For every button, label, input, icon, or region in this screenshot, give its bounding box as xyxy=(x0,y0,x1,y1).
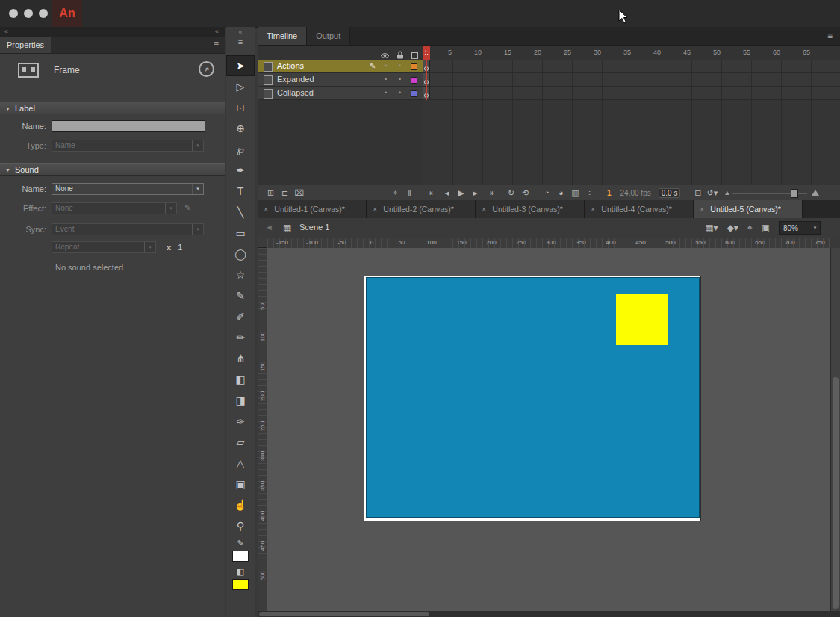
close-tab-icon[interactable]: × xyxy=(591,205,595,214)
stage-zoom-select[interactable]: 80% ▾ xyxy=(779,221,821,235)
modify-markers-button[interactable]: ⁘ xyxy=(582,188,597,198)
edit-sound-envelope-icon[interactable]: ✎ xyxy=(184,203,191,213)
layer-visibility-dot[interactable]: • xyxy=(385,73,387,86)
oval-tool[interactable]: ◯ xyxy=(226,244,255,264)
step-forward-button[interactable]: ▸ xyxy=(468,188,482,198)
sound-effect-select[interactable]: None ▾ xyxy=(52,202,177,214)
label-section-header[interactable]: ▼ Label xyxy=(0,102,225,114)
section-collapse-icon[interactable]: ▼ xyxy=(5,164,10,176)
vertical-scrollbar[interactable] xyxy=(830,248,840,611)
current-frame-value[interactable]: 1 xyxy=(607,189,612,197)
layer-name-area[interactable]: Expanded ✎ • • xyxy=(258,73,423,87)
repeat-count-value[interactable]: 1 xyxy=(178,243,182,252)
timeline-tab[interactable]: Timeline xyxy=(258,27,307,45)
eraser-tool[interactable]: ▱ xyxy=(226,432,255,453)
zoom-window-button[interactable] xyxy=(39,9,48,18)
line-tool[interactable]: ╲ xyxy=(226,202,255,223)
label-name-input[interactable] xyxy=(52,120,205,132)
go-to-last-frame-button[interactable]: ⇥ xyxy=(482,188,497,198)
sound-sync-select[interactable]: Event ▾ xyxy=(52,223,204,235)
edit-scene-button[interactable]: ▦▾ xyxy=(705,223,718,233)
timeline-zoom-slider[interactable] xyxy=(732,188,807,197)
elapsed-time-value[interactable]: 0.0 s xyxy=(659,188,681,198)
step-back-button[interactable]: ◂ xyxy=(440,188,454,198)
layer-visibility-dot[interactable]: • xyxy=(385,87,387,99)
document-tab[interactable]: × Untitled-1 (Canvas)* xyxy=(258,200,367,218)
zoom-in-frames-icon[interactable] xyxy=(812,190,819,196)
vertical-scrollbar-thumb[interactable] xyxy=(833,377,839,609)
slider-thumb[interactable] xyxy=(791,189,798,198)
panel-menu-icon[interactable]: ≡ xyxy=(214,39,219,49)
selection-tool[interactable]: ➤ xyxy=(226,55,255,76)
paint-brush-tool[interactable]: ✐ xyxy=(226,306,255,327)
zoom-out-frames-icon[interactable] xyxy=(725,191,729,195)
edit-symbols-button[interactable]: ◆▾ xyxy=(727,223,738,233)
yellow-rectangle[interactable] xyxy=(616,294,668,345)
layer-lock-dot[interactable]: • xyxy=(399,60,401,72)
layer-lock-dot[interactable]: • xyxy=(399,73,401,86)
onion-anchor-button[interactable]: ⊡ xyxy=(691,188,705,198)
edit-multiple-frames-button[interactable]: ▥ xyxy=(568,188,582,198)
collapse-panel-icon[interactable]: « xyxy=(4,28,8,35)
layer-visibility-dot[interactable]: • xyxy=(385,60,387,72)
classic-brush-tool[interactable]: ✏ xyxy=(226,327,255,348)
play-button[interactable]: ▶ xyxy=(454,188,468,198)
timeline-layer-row[interactable]: Collapsed ✎ • • xyxy=(258,87,840,100)
document-tab[interactable]: × Untitled-3 (Canvas)* xyxy=(476,200,585,218)
new-layer-button[interactable]: ⊞ xyxy=(264,188,278,198)
tab-properties[interactable]: Properties xyxy=(0,37,51,53)
scene-name[interactable]: Scene 1 xyxy=(299,223,329,232)
new-folder-button[interactable]: ⊏ xyxy=(278,188,292,198)
layer-name-area[interactable]: Actions ✎ • • xyxy=(258,60,423,73)
close-tab-icon[interactable]: × xyxy=(700,205,704,214)
timeline-tab[interactable]: Output xyxy=(307,27,350,45)
stroke-color-swatch[interactable] xyxy=(232,551,249,562)
pause-button[interactable]: ‖ xyxy=(402,188,417,198)
layer-name[interactable]: Actions xyxy=(277,60,304,72)
onion-skin-outlines-button[interactable]: ◕ xyxy=(554,188,568,198)
center-stage-button[interactable]: ⌖ xyxy=(747,223,753,233)
pasteboard[interactable] xyxy=(267,248,830,611)
delete-layer-button[interactable]: ⌧ xyxy=(292,188,306,198)
layer-frames-track[interactable] xyxy=(423,87,840,100)
reset-timeline-zoom-button[interactable]: ↺▾ xyxy=(705,188,719,198)
fill-color-swatch[interactable] xyxy=(232,579,249,590)
sound-repeat-select[interactable]: Repeat ▾ xyxy=(52,241,156,253)
lasso-tool[interactable]: ℘ xyxy=(226,139,255,160)
bone-tool[interactable]: ⋔ xyxy=(226,348,255,369)
layer-name[interactable]: Expanded xyxy=(277,73,314,86)
center-frame-button[interactable]: ⌖ xyxy=(388,188,402,198)
layer-outline-color-chip[interactable] xyxy=(411,63,417,70)
frame-rate-value[interactable]: 24.00 fps xyxy=(620,189,651,197)
loop-button[interactable]: ↻ xyxy=(504,188,518,198)
minimize-window-button[interactable] xyxy=(24,9,33,18)
polystar-tool[interactable]: ☆ xyxy=(226,264,255,285)
free-transform-tool[interactable]: ⊡ xyxy=(226,97,255,118)
close-tab-icon[interactable]: × xyxy=(264,205,268,214)
section-collapse-icon[interactable]: ▼ xyxy=(5,102,10,115)
collapse-tools-icon[interactable]: « xyxy=(226,28,255,36)
ink-bottle-tool[interactable]: ◨ xyxy=(226,390,255,411)
onion-skin-button[interactable]: ◔ xyxy=(540,188,554,198)
close-window-button[interactable] xyxy=(9,9,18,18)
circular-arrow-icon[interactable]: ➔ xyxy=(199,61,214,77)
stage-canvas[interactable] xyxy=(364,276,700,521)
timeline-layer-row[interactable]: Actions ✎ • • xyxy=(258,60,840,73)
subselection-tool[interactable]: ▷ xyxy=(226,76,255,97)
paint-bucket-tool[interactable]: ◧ xyxy=(226,369,255,390)
layer-lock-dot[interactable]: • xyxy=(399,87,401,99)
horizontal-scrollbar[interactable] xyxy=(258,611,840,617)
zoom-tool[interactable]: ⚲ xyxy=(226,515,255,536)
sound-section-header[interactable]: ▼ Sound xyxy=(0,163,225,176)
close-tab-icon[interactable]: × xyxy=(482,205,486,214)
timeline-layer-row[interactable]: Expanded ✎ • • xyxy=(258,73,840,87)
layer-outline-color-chip[interactable] xyxy=(411,90,417,97)
layer-name[interactable]: Collapsed xyxy=(277,87,314,99)
clip-content-button[interactable]: ▣ xyxy=(762,223,770,233)
document-tab[interactable]: × Untitled-4 (Canvas)* xyxy=(585,200,694,218)
label-type-select[interactable]: Name ▾ xyxy=(52,140,204,152)
layer-outline-color-chip[interactable] xyxy=(411,77,417,84)
document-tab[interactable]: × Untitled-5 (Canvas)* xyxy=(694,200,803,218)
tools-menu-icon[interactable]: ≡ xyxy=(226,37,255,46)
hand-tool[interactable]: ☝ xyxy=(226,494,255,515)
